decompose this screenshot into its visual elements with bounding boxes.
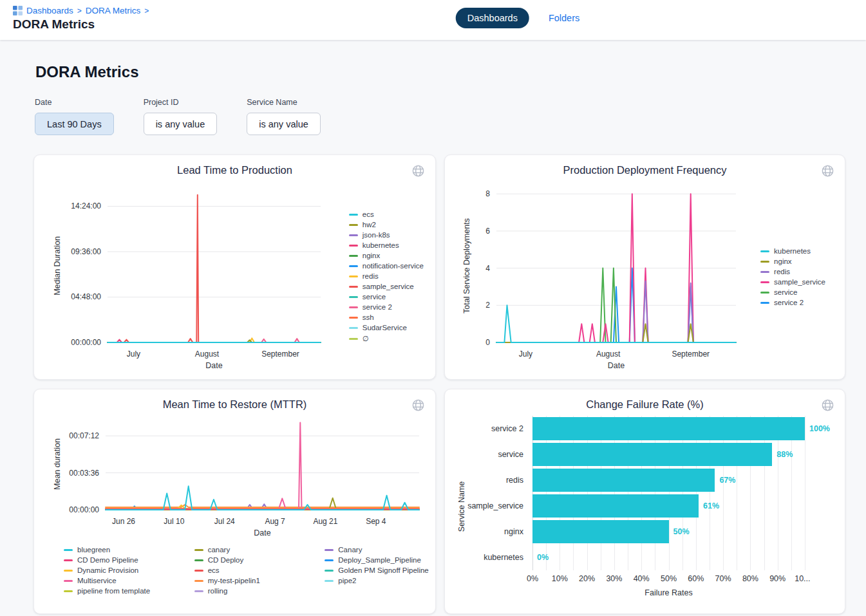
legend-swatch bbox=[325, 580, 334, 582]
legend-item: bluegreen bbox=[64, 546, 166, 554]
card-production-deployment-frequency: Production Deployment Frequency 02468Jul… bbox=[444, 154, 845, 380]
legend-item: kubernetes bbox=[760, 247, 825, 255]
legend-item: pipe2 bbox=[325, 577, 427, 584]
legend-item: CD Deploy bbox=[194, 556, 297, 564]
legend-label: service 2 bbox=[362, 303, 392, 311]
legend-item: notification-service bbox=[349, 262, 424, 270]
legend-label: service bbox=[774, 288, 797, 296]
svg-text:4: 4 bbox=[485, 264, 490, 273]
legend-swatch bbox=[349, 214, 358, 216]
legend-swatch bbox=[760, 250, 769, 252]
card-change-failure-rate: Change Failure Rate (%) Service Name ser… bbox=[444, 389, 845, 614]
bar bbox=[532, 469, 715, 492]
legend-swatch bbox=[194, 549, 203, 551]
failure-rate-chart: Service Name service 2serviceredissample… bbox=[455, 416, 834, 597]
svg-text:Jul 10: Jul 10 bbox=[164, 517, 184, 526]
legend-label: CD Deploy bbox=[208, 556, 244, 564]
globe-icon[interactable] bbox=[820, 163, 836, 179]
deployment-frequency-legend: kubernetesnginxredissample_serviceservic… bbox=[760, 247, 834, 306]
legend-item: ∅ bbox=[349, 334, 424, 343]
legend-item: service bbox=[760, 288, 825, 296]
legend-label: nginx bbox=[774, 257, 792, 265]
x-axis-tick: 20% bbox=[579, 574, 595, 583]
filter-project-id-label: Project ID bbox=[144, 98, 218, 107]
chart-title: Mean Time to Restore (MTTR) bbox=[44, 398, 425, 411]
legend-label: kubernetes bbox=[774, 247, 811, 255]
legend-swatch bbox=[349, 255, 358, 257]
legend-swatch bbox=[64, 590, 73, 592]
x-axis-tick: 30% bbox=[606, 574, 622, 583]
legend-swatch bbox=[349, 275, 358, 277]
legend-swatch bbox=[349, 306, 358, 308]
tab-folders[interactable]: Folders bbox=[547, 8, 581, 28]
legend-label: sample_service bbox=[774, 278, 825, 286]
filter-date-value-button[interactable]: Last 90 Days bbox=[35, 113, 114, 135]
legend-label: kubernetes bbox=[362, 241, 399, 249]
breadcrumb-dashboards-link[interactable]: Dashboards bbox=[26, 6, 73, 15]
view-tabs: Dashboards Folders bbox=[456, 8, 581, 28]
svg-text:2: 2 bbox=[485, 301, 490, 310]
legend-label: SudarService bbox=[362, 324, 407, 331]
svg-text:Median Duration: Median Duration bbox=[53, 236, 62, 295]
bar-category-label: nginx bbox=[468, 519, 532, 545]
filter-service-name-value-button[interactable]: is any value bbox=[247, 113, 321, 135]
chart-title: Change Failure Rate (%) bbox=[455, 398, 834, 411]
legend-item: service 2 bbox=[760, 299, 825, 306]
legend-swatch bbox=[760, 292, 769, 294]
legend-swatch bbox=[349, 296, 358, 298]
legend-label: ecs bbox=[208, 566, 220, 574]
legend-item: sample_service bbox=[349, 283, 424, 290]
legend-label: pipe2 bbox=[338, 577, 356, 584]
svg-text:00:00:00: 00:00:00 bbox=[71, 338, 101, 347]
globe-icon[interactable] bbox=[410, 397, 426, 413]
breadcrumb-dora-metrics-link[interactable]: DORA Metrics bbox=[86, 6, 141, 15]
breadcrumb-separator: > bbox=[77, 6, 82, 15]
globe-icon[interactable] bbox=[410, 163, 426, 179]
bar-category-label: service 2 bbox=[468, 416, 532, 442]
legend-swatch bbox=[760, 281, 769, 283]
legend-swatch bbox=[194, 559, 203, 561]
x-axis-tick: 80% bbox=[742, 574, 758, 583]
bar-category-label: kubernetes bbox=[468, 545, 532, 570]
legend-label: my-test-pipelin1 bbox=[208, 577, 260, 584]
legend-item: kubernetes bbox=[349, 241, 424, 249]
legend-item: Multiservice bbox=[64, 577, 166, 584]
legend-item: nginx bbox=[760, 257, 825, 265]
legend-item: service bbox=[349, 293, 424, 301]
svg-text:July: July bbox=[519, 350, 532, 359]
svg-text:Date: Date bbox=[254, 528, 270, 537]
legend-item: Canary bbox=[325, 546, 427, 554]
svg-text:00:00:00: 00:00:00 bbox=[69, 505, 99, 514]
lead-time-legend: ecshw2json-k8skubernetesnginxnotificatio… bbox=[349, 210, 425, 343]
x-axis-tick: 60% bbox=[688, 574, 704, 583]
svg-text:August: August bbox=[596, 350, 621, 359]
legend-label: ∅ bbox=[362, 334, 369, 343]
x-axis-tick: 0% bbox=[527, 574, 538, 583]
y-axis-label: Service Name bbox=[455, 416, 468, 597]
bar bbox=[532, 443, 772, 466]
bar-value-label: 88% bbox=[777, 450, 793, 459]
globe-icon[interactable] bbox=[820, 397, 836, 413]
legend-label: service 2 bbox=[774, 299, 804, 306]
legend-item: Dynamic Provision bbox=[64, 566, 166, 574]
legend-item: pipeline from template bbox=[64, 587, 166, 595]
top-header: Dashboards > DORA Metrics > DORA Metrics… bbox=[0, 0, 866, 40]
legend-label: redis bbox=[774, 268, 790, 275]
chart-title: Lead Time to Production bbox=[44, 164, 425, 176]
bar bbox=[532, 417, 805, 440]
tab-dashboards[interactable]: Dashboards bbox=[456, 8, 529, 28]
svg-text:September: September bbox=[672, 350, 710, 359]
legend-swatch bbox=[194, 570, 203, 572]
legend-item: SudarService bbox=[349, 324, 424, 331]
legend-swatch bbox=[194, 590, 203, 592]
card-lead-time-to-production: Lead Time to Production 00:00:0004:48:00… bbox=[33, 154, 436, 380]
legend-label: sample_service bbox=[362, 283, 414, 290]
legend-swatch bbox=[325, 570, 334, 572]
filter-project-id: Project ID is any value bbox=[144, 98, 218, 135]
filter-project-id-value-button[interactable]: is any value bbox=[144, 113, 218, 135]
svg-text:00:03:36: 00:03:36 bbox=[69, 469, 99, 478]
legend-item: nginx bbox=[349, 252, 424, 259]
production_deployment_frequency-svg: 02468JulyAugustSeptemberDateTotal Servic… bbox=[455, 179, 745, 372]
legend-label: json-k8s bbox=[362, 231, 390, 239]
legend-swatch bbox=[349, 338, 358, 340]
